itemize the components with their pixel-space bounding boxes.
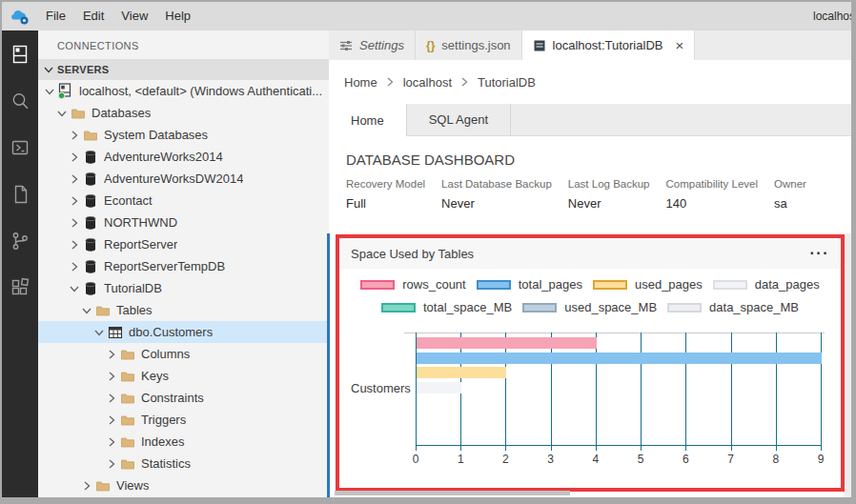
legend-item-data_space_MB[interactable]: data_space_MB <box>667 300 799 314</box>
legend-item-data_pages[interactable]: data_pages <box>713 277 820 292</box>
chevron-down-icon[interactable] <box>92 325 107 340</box>
horizontal-scrollbar-thumb[interactable] <box>335 491 570 495</box>
bar-used_pages <box>417 367 506 378</box>
tree-item-constraints[interactable]: Constraints <box>38 387 329 409</box>
tree-item-adventureworksdw2014[interactable]: AdventureWorksDW2014 <box>38 168 329 190</box>
tree-item-dbo-customers[interactable]: dbo.Customers <box>38 321 329 343</box>
chevron-down-icon[interactable] <box>42 84 57 99</box>
legend-item-used_pages[interactable]: used_pages <box>593 277 703 292</box>
x-tick-label: 4 <box>593 453 600 466</box>
chevron-right-icon[interactable] <box>67 171 82 187</box>
chevron-down-icon[interactable] <box>54 106 70 121</box>
json-braces-icon: {} <box>426 39 435 52</box>
sidebar-resize-sash[interactable] <box>327 233 330 497</box>
tree-item-columns[interactable]: Columns <box>38 343 329 365</box>
file-icon[interactable] <box>9 183 31 206</box>
chevron-right-icon[interactable] <box>104 434 119 450</box>
database-icon <box>82 193 98 209</box>
panel-header: Space Used by Tables ··· <box>339 238 841 269</box>
editor-tab-label: settings.json <box>441 38 510 52</box>
legend-item-rows_count[interactable]: rows_count <box>360 277 465 292</box>
tree-item-localhost-default-windows-authenticati[interactable]: localhost, <default> (Windows Authentica… <box>38 80 329 102</box>
tree-item-tutorialdb[interactable]: TutorialDB <box>38 277 329 299</box>
bar-data_pages <box>417 382 461 393</box>
panel-title: Space Used by Tables <box>351 247 474 261</box>
tree-item-views[interactable]: Views <box>38 474 329 496</box>
chevron-right-icon[interactable] <box>67 215 82 231</box>
editor-tab-settings-json[interactable]: {}settings.json <box>416 30 522 60</box>
breadcrumb-item-home[interactable]: Home <box>344 75 377 90</box>
editor-tab-localhost-tutorialdb[interactable]: localhost:TutorialDB× <box>522 30 696 60</box>
folder-icon <box>94 478 111 494</box>
tree-item-adventureworks2014[interactable]: AdventureWorks2014 <box>38 146 329 168</box>
chevron-right-icon[interactable] <box>67 237 82 252</box>
servers-section-header[interactable]: SERVERS <box>38 59 329 80</box>
close-icon[interactable]: × <box>675 38 683 52</box>
vertical-scrollbar-track[interactable] <box>845 233 851 497</box>
folder-icon <box>70 106 86 121</box>
chevron-down-icon[interactable] <box>79 303 94 318</box>
menu-edit[interactable]: Edit <box>74 2 112 30</box>
gridline <box>776 333 777 445</box>
dashboard-content: DATABASE DASHBOARD Recovery ModelFullLas… <box>329 136 851 497</box>
x-axis-line <box>416 445 822 446</box>
tree-item-indexes[interactable]: Indexes <box>38 431 329 453</box>
property-value: 140 <box>665 196 758 211</box>
chevron-right-icon[interactable] <box>67 259 82 274</box>
tree-item-statistics[interactable]: Statistics <box>38 453 329 474</box>
menu-view[interactable]: View <box>112 2 156 30</box>
dashboard-tab-sql-agent[interactable]: SQL Agent <box>407 104 511 135</box>
chevron-right-icon[interactable] <box>67 150 82 165</box>
tree-item-northwnd[interactable]: NORTHWND <box>38 212 329 233</box>
tree-item-system-databases[interactable]: System Databases <box>38 124 329 146</box>
connections-icon[interactable] <box>9 43 31 66</box>
extensions-icon[interactable] <box>9 276 31 299</box>
menu-file[interactable]: File <box>37 2 74 30</box>
tree-item-reportservertempdb[interactable]: ReportServerTempDB <box>38 255 329 277</box>
folder-icon <box>82 128 98 143</box>
x-tick-label: 3 <box>547 453 554 466</box>
tree-item-triggers[interactable]: Triggers <box>38 409 329 431</box>
chevron-right-icon[interactable] <box>104 413 119 428</box>
legend-label: rows_count <box>402 277 465 292</box>
sidebar-title: CONNECTIONS <box>38 30 329 59</box>
chevron-right-icon[interactable] <box>67 193 82 209</box>
tree-item-label: Statistics <box>141 456 191 471</box>
connections-sidebar: CONNECTIONS SERVERS localhost, <default>… <box>38 30 329 497</box>
chevron-right-icon[interactable] <box>79 478 94 494</box>
ellipsis-menu-icon[interactable]: ··· <box>810 249 829 258</box>
breadcrumb-item-tutorialdb[interactable]: TutorialDB <box>478 75 536 90</box>
tree-item-keys[interactable]: Keys <box>38 365 329 387</box>
legend-item-total_pages[interactable]: total_pages <box>477 277 582 292</box>
chevron-right-icon[interactable] <box>104 347 119 362</box>
dashboard-title: DATABASE DASHBOARD <box>346 151 851 168</box>
chevron-right-icon <box>460 76 469 88</box>
chevron-right-icon[interactable] <box>104 369 119 384</box>
property-value: Never <box>441 196 552 211</box>
chevron-down-icon[interactable] <box>67 281 82 296</box>
x-tick-label: 5 <box>638 453 644 466</box>
dashboard-tab-home[interactable]: Home <box>329 104 407 136</box>
x-tick-label: 8 <box>772 453 779 466</box>
legend-item-total_space_MB[interactable]: total_space_MB <box>381 300 512 314</box>
task-history-icon[interactable] <box>9 136 31 159</box>
legend-label: used_pages <box>635 277 703 292</box>
search-icon[interactable] <box>9 90 31 112</box>
property-value: Full <box>346 196 425 211</box>
git-branch-icon[interactable] <box>9 230 31 252</box>
tree-item-databases[interactable]: Databases <box>38 102 329 124</box>
chevron-right-icon[interactable] <box>67 128 82 143</box>
tree-item-reportserver[interactable]: ReportServer <box>38 233 329 255</box>
chevron-right-icon[interactable] <box>104 391 119 406</box>
database-icon <box>82 171 98 187</box>
breadcrumb-item-localhost[interactable]: localhost <box>403 75 452 90</box>
database-icon <box>82 215 98 231</box>
menu-help[interactable]: Help <box>156 2 199 30</box>
tree-item-label: Tables <box>116 303 153 317</box>
chevron-right-icon[interactable] <box>104 456 119 472</box>
settings-sliders-icon <box>339 39 353 52</box>
tree-item-econtact[interactable]: Econtact <box>38 190 329 212</box>
editor-tab-settings[interactable]: Settings <box>329 30 416 60</box>
tree-item-tables[interactable]: Tables <box>38 299 329 321</box>
legend-item-used_space_MB[interactable]: used_space_MB <box>522 300 657 314</box>
